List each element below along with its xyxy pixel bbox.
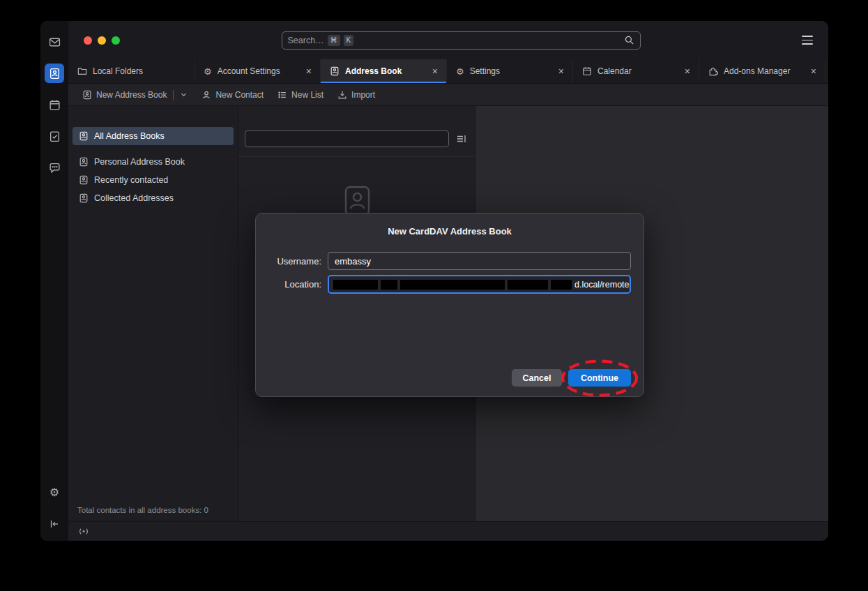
new-address-book-icon: [82, 90, 92, 100]
folder-personal-address-book[interactable]: Personal Address Book: [73, 153, 234, 171]
new-contact-button[interactable]: New Contact: [201, 90, 264, 100]
redaction-bar: [551, 280, 572, 290]
folder-icon: [77, 66, 87, 76]
calendar-icon: [49, 99, 61, 111]
new-address-book-label: New Address Book: [96, 90, 167, 100]
close-tab-icon[interactable]: ×: [809, 66, 818, 77]
tab-local-folders[interactable]: Local Folders: [68, 59, 195, 83]
puzzle-icon: [708, 66, 718, 76]
spaces-toolbar: ⚙: [40, 21, 68, 541]
address-book-icon: [79, 131, 89, 141]
app-menu-button[interactable]: [802, 33, 813, 47]
new-list-icon: [277, 90, 287, 100]
window-controls: [84, 36, 120, 45]
tab-bar: Local Folders ⚙ Account Settings × Addre…: [68, 59, 828, 84]
tab-label: Address Book: [345, 66, 425, 76]
new-contact-icon: [201, 90, 211, 100]
address-book-icon: [49, 68, 61, 80]
addressbook-toolbar: New Address Book New Contact New List Im…: [68, 84, 828, 106]
close-tab-icon[interactable]: ×: [683, 66, 692, 77]
cancel-button[interactable]: Cancel: [512, 369, 562, 387]
global-search-input[interactable]: Search… ⌘ K: [282, 31, 641, 50]
import-icon: [337, 90, 347, 100]
redaction-bar: [508, 280, 548, 290]
titlebar: Search… ⌘ K: [68, 21, 828, 59]
location-visible-text: d.local/remote.p: [574, 280, 631, 290]
minimize-window-button[interactable]: [98, 36, 106, 45]
folder-label: Personal Address Book: [94, 157, 185, 167]
tab-addons-manager[interactable]: Add-ons Manager ×: [699, 59, 825, 83]
tab-label: Add-ons Manager: [724, 66, 804, 76]
address-book-icon: [79, 193, 89, 203]
zoom-window-button[interactable]: [112, 36, 120, 45]
folder-collected-addresses[interactable]: Collected Addresses: [73, 189, 234, 207]
settings-button[interactable]: ⚙: [45, 483, 64, 502]
mail-space-button[interactable]: [45, 32, 64, 52]
dialog-title: New CardDAV Address Book: [268, 226, 631, 237]
gear-icon: ⚙: [456, 67, 464, 76]
chevron-down-icon[interactable]: [180, 91, 188, 98]
dialog-buttons: Cancel Continue: [268, 369, 631, 387]
username-row: Username:: [268, 252, 631, 270]
tab-settings[interactable]: ⚙ Settings ×: [447, 59, 573, 83]
status-bar: [68, 521, 828, 541]
close-window-button[interactable]: [84, 36, 92, 45]
folder-pane: All Address Books Personal Address Book …: [68, 106, 238, 521]
redaction-bar: [381, 280, 397, 290]
split-button-separator: [173, 90, 174, 100]
folder-label: All Address Books: [94, 131, 165, 141]
addressbook-space-button[interactable]: [45, 63, 64, 83]
cards-search-row: [238, 130, 475, 147]
tab-address-book[interactable]: Address Book ×: [321, 59, 447, 83]
tab-account-settings[interactable]: ⚙ Account Settings ×: [195, 59, 321, 83]
close-tab-icon[interactable]: ×: [305, 66, 313, 77]
redaction-bar: [333, 280, 378, 290]
contacts-count-status: Total contacts in all address books: 0: [68, 499, 238, 521]
k-key-badge: K: [344, 35, 354, 46]
cmd-key-badge: ⌘: [328, 35, 340, 46]
tab-label: Settings: [470, 66, 551, 76]
tasks-space-button[interactable]: [45, 126, 64, 146]
folder-group: Personal Address Book Recently contacted…: [68, 153, 238, 207]
folder-recently-contacted[interactable]: Recently contacted: [73, 171, 234, 189]
location-row: Location: d.local/remote.p: [268, 275, 631, 294]
close-tab-icon[interactable]: ×: [557, 66, 565, 77]
search-icon: [624, 35, 634, 45]
new-contact-label: New Contact: [215, 90, 264, 100]
search-placeholder: Search…: [288, 36, 324, 45]
collapse-spaces-button[interactable]: [45, 514, 64, 534]
gear-icon: ⚙: [50, 487, 59, 498]
username-label: Username:: [268, 256, 321, 267]
app-window: ⚙ Search… ⌘ K: [40, 21, 828, 541]
new-address-book-button[interactable]: New Address Book: [82, 90, 188, 100]
tab-calendar[interactable]: Calendar ×: [573, 59, 699, 83]
close-tab-icon[interactable]: ×: [431, 66, 439, 77]
location-input[interactable]: d.local/remote.p: [328, 275, 631, 294]
address-book-icon: [330, 66, 340, 76]
network-status-icon[interactable]: [77, 526, 90, 537]
tab-label: Local Folders: [93, 66, 187, 76]
contacts-search-input[interactable]: [245, 130, 449, 147]
address-book-icon: [79, 175, 89, 185]
folder-label: Recently contacted: [94, 175, 168, 185]
tasks-icon: [49, 130, 61, 142]
display-options-icon: [456, 133, 467, 144]
redaction-bar: [400, 280, 505, 290]
address-book-icon: [79, 157, 89, 167]
display-options-button[interactable]: [455, 132, 469, 146]
import-button[interactable]: Import: [337, 90, 375, 100]
folder-label: Collected Addresses: [94, 193, 174, 203]
continue-button[interactable]: Continue: [568, 369, 631, 387]
chat-icon: [49, 162, 61, 174]
location-label: Location:: [268, 279, 321, 290]
continue-wrap: Continue: [568, 369, 631, 387]
tab-label: Account Settings: [218, 66, 299, 76]
import-label: Import: [351, 90, 375, 100]
chat-space-button[interactable]: [45, 158, 64, 177]
new-carddav-dialog: New CardDAV Address Book Username: Locat…: [255, 213, 644, 397]
calendar-space-button[interactable]: [45, 95, 64, 114]
calendar-icon: [582, 66, 592, 76]
username-input[interactable]: [328, 252, 631, 270]
new-list-button[interactable]: New List: [277, 90, 323, 100]
folder-all-address-books[interactable]: All Address Books: [73, 127, 234, 145]
